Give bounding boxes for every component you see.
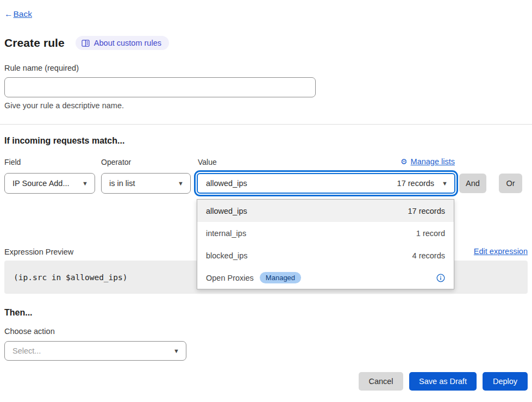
choose-action-label: Choose action (4, 327, 55, 336)
field-select-value: IP Source Add... (12, 179, 70, 188)
action-select[interactable]: Select... ▼ (4, 341, 186, 361)
managed-badge: Managed (260, 272, 301, 283)
back-link[interactable]: ←Back (4, 9, 32, 19)
value-select-name: allowed_ips (206, 179, 247, 188)
about-custom-rules-badge[interactable]: About custom rules (76, 36, 169, 50)
operator-label: Operator (101, 158, 131, 166)
list-item-count: 4 records (412, 251, 445, 260)
rule-name-input[interactable] (4, 77, 316, 97)
field-select[interactable]: IP Source Add... ▼ (4, 173, 95, 194)
list-item-blocked-ips[interactable]: blocked_ips 4 records (197, 244, 454, 267)
list-item-count: 17 records (408, 207, 445, 215)
about-badge-label: About custom rules (94, 39, 161, 47)
operator-select-value: is in list (109, 179, 135, 188)
value-label: Value (198, 158, 217, 166)
list-item-count: 1 record (416, 229, 445, 238)
chevron-down-icon: ▼ (442, 181, 448, 187)
manage-lists-label: Manage lists (411, 157, 455, 166)
value-select[interactable]: allowed_ips 17 records ▼ (197, 173, 455, 194)
deploy-button[interactable]: Deploy (483, 372, 528, 391)
rule-name-label: Rule name (required) (4, 64, 79, 72)
list-item-name: Open Proxies (206, 274, 254, 282)
info-icon[interactable] (436, 274, 445, 282)
create-rule-page: ←Back Create rule About custom rules Rul… (0, 0, 532, 402)
gear-icon: ⚙ (400, 157, 408, 166)
match-section-heading: If incoming requests match... (4, 136, 124, 146)
list-item-internal-ips[interactable]: internal_ips 1 record (197, 222, 454, 244)
chevron-down-icon: ▼ (82, 181, 88, 187)
save-as-draft-button[interactable]: Save as Draft (409, 372, 477, 391)
and-button[interactable]: And (459, 174, 486, 193)
chevron-down-icon: ▼ (173, 348, 179, 354)
list-item-name: blocked_ips (206, 251, 248, 260)
edit-expression-link[interactable]: Edit expression (474, 247, 528, 256)
value-select-count: 17 records (397, 179, 435, 188)
or-button[interactable]: Or (499, 174, 522, 193)
field-label: Field (4, 158, 21, 166)
expression-preview-label: Expression Preview (4, 248, 73, 256)
title-row: Create rule About custom rules (4, 36, 169, 50)
back-link-label: Back (14, 9, 32, 18)
chevron-down-icon: ▼ (178, 181, 184, 187)
edit-expression-label: Edit expression (474, 247, 528, 256)
action-select-placeholder: Select... (12, 347, 41, 355)
rule-name-helper: Give your rule a descriptive name. (4, 101, 124, 110)
list-item-name: allowed_ips (206, 207, 247, 215)
book-icon (82, 40, 90, 47)
value-dropdown-menu: allowed_ips 17 records internal_ips 1 re… (197, 199, 454, 289)
expression-code: (ip.src in $allowed_ips) (14, 273, 128, 282)
list-item-open-proxies[interactable]: Open Proxies Managed (197, 267, 454, 289)
section-divider (0, 124, 532, 125)
then-section-heading: Then... (4, 308, 33, 318)
page-title: Create rule (4, 36, 65, 50)
manage-lists-link[interactable]: ⚙ Manage lists (400, 157, 455, 166)
cancel-button[interactable]: Cancel (359, 372, 403, 391)
back-arrow-icon: ← (4, 9, 13, 18)
list-item-allowed-ips[interactable]: allowed_ips 17 records (197, 200, 454, 222)
operator-select[interactable]: is in list ▼ (101, 173, 191, 194)
list-item-name: internal_ips (206, 229, 246, 238)
